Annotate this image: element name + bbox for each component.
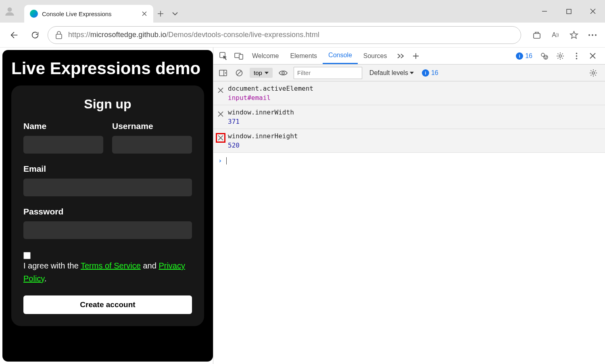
new-tab-button[interactable] (153, 5, 168, 23)
window-titlebar: Console Live Expressions (0, 0, 605, 23)
prompt-cursor (226, 157, 227, 164)
lock-icon[interactable] (55, 31, 63, 39)
close-tab-icon[interactable] (141, 10, 148, 17)
live-expression-icon[interactable] (277, 70, 289, 76)
settings-icon[interactable] (553, 52, 568, 60)
form-title: Sign up (23, 97, 192, 112)
remove-expression-icon[interactable] (216, 85, 225, 95)
close-window-button[interactable] (581, 0, 605, 23)
tab-elements[interactable]: Elements (284, 48, 323, 64)
svg-point-14 (559, 55, 561, 57)
profile-icon[interactable] (0, 0, 19, 23)
username-input[interactable] (112, 136, 192, 154)
signup-card: Sign up Name Username Email Password (11, 85, 204, 326)
svg-rect-1 (567, 9, 571, 14)
email-input[interactable] (23, 179, 192, 196)
back-button[interactable] (6, 27, 23, 44)
window-controls (532, 0, 605, 23)
browser-tab[interactable]: Console Live Expressions (24, 5, 153, 23)
remove-expression-icon[interactable] (216, 109, 225, 119)
svg-point-20 (282, 72, 284, 74)
app-available-icon[interactable] (528, 27, 545, 44)
device-toolbar-icon[interactable] (231, 48, 246, 64)
svg-point-12 (544, 56, 545, 57)
svg-rect-9 (239, 54, 243, 59)
chevron-right-icon: › (218, 157, 222, 164)
svg-point-0 (8, 7, 12, 12)
tab-sources[interactable]: Sources (358, 48, 393, 64)
log-levels-selector[interactable]: Default levels (369, 69, 414, 77)
tab-list-button[interactable] (168, 5, 182, 23)
console-prompt[interactable]: › (213, 153, 605, 168)
clear-console-icon[interactable] (234, 69, 245, 77)
refresh-button[interactable] (27, 27, 44, 44)
expression-text[interactable]: window.innerWidth (228, 108, 601, 116)
svg-point-21 (592, 72, 595, 74)
url-text: https://microsoftedge.github.io/Demos/de… (68, 31, 319, 39)
devtools-menu-icon[interactable] (569, 52, 584, 60)
tab-console[interactable]: Console (323, 48, 358, 64)
add-panel-icon[interactable] (408, 48, 424, 64)
expression-text[interactable]: window.innerHeight (228, 132, 601, 140)
toggle-sidebar-icon[interactable] (217, 70, 229, 76)
svg-point-17 (576, 58, 577, 59)
favorites-icon[interactable] (565, 27, 582, 44)
expression-text[interactable]: document.activeElement (228, 85, 601, 92)
name-input[interactable] (23, 136, 103, 154)
live-expression-row: document.activeElement input#email (213, 81, 605, 105)
username-label: Username (112, 121, 192, 131)
live-expression-row: window.innerHeight 520 (213, 129, 605, 153)
more-menu-icon[interactable] (584, 27, 601, 44)
create-account-button[interactable]: Create account (23, 295, 192, 314)
read-aloud-icon[interactable]: A)) (547, 27, 564, 44)
browser-toolbar: https://microsoftedge.github.io/Demos/de… (0, 23, 605, 48)
expression-result[interactable]: 520 (228, 140, 601, 149)
svg-rect-2 (56, 34, 62, 39)
email-label: Email (23, 164, 192, 174)
svg-point-4 (588, 34, 590, 36)
console-toolbar: top Default levels i 16 (213, 64, 605, 81)
svg-rect-3 (534, 33, 540, 38)
page-title: Live Expressions demo (11, 59, 204, 78)
tab-title: Console Live Expressions (42, 10, 137, 17)
minimize-button[interactable] (532, 0, 557, 23)
name-label: Name (23, 121, 103, 131)
issues-button[interactable]: i 16 (513, 52, 536, 60)
password-input[interactable] (23, 221, 192, 239)
context-selector[interactable]: top (250, 68, 273, 78)
devtools-tabs: Welcome Elements Console Sources i 16 (213, 48, 605, 64)
live-expressions-list: document.activeElement input#email windo… (213, 81, 605, 153)
live-expression-row: window.innerWidth 371 (213, 105, 605, 129)
address-bar[interactable]: https://microsoftedge.github.io/Demos/de… (48, 26, 521, 44)
console-settings-icon[interactable] (586, 69, 601, 77)
password-label: Password (23, 207, 192, 216)
svg-point-15 (576, 52, 577, 54)
tos-link[interactable]: Terms of Service (81, 261, 141, 270)
devtools-panel: Welcome Elements Console Sources i 16 (213, 48, 605, 364)
agree-row: I agree with the Terms of Service and Pr… (23, 250, 192, 285)
maximize-button[interactable] (557, 0, 581, 23)
svg-point-6 (595, 34, 597, 36)
tab-welcome[interactable]: Welcome (246, 48, 284, 64)
feedback-icon[interactable] (536, 52, 552, 60)
agree-checkbox[interactable] (23, 252, 31, 259)
svg-point-16 (576, 55, 577, 57)
more-tabs-icon[interactable] (393, 48, 408, 64)
edge-favicon (30, 10, 38, 18)
issues-dot-icon: i (516, 52, 523, 60)
svg-point-5 (592, 34, 593, 36)
demo-page: Live Expressions demo Sign up Name Usern… (2, 50, 213, 362)
issues-dot-icon: i (422, 69, 429, 77)
svg-point-11 (544, 55, 548, 59)
expression-result[interactable]: 371 (228, 116, 601, 125)
inspect-element-icon[interactable] (216, 48, 231, 64)
remove-expression-icon[interactable] (216, 133, 225, 143)
toolbar-issues[interactable]: i 16 (419, 69, 442, 77)
expression-result[interactable]: input#email (228, 92, 601, 102)
svg-point-13 (546, 56, 547, 57)
close-devtools-icon[interactable] (585, 53, 600, 59)
filter-input[interactable] (294, 67, 362, 79)
